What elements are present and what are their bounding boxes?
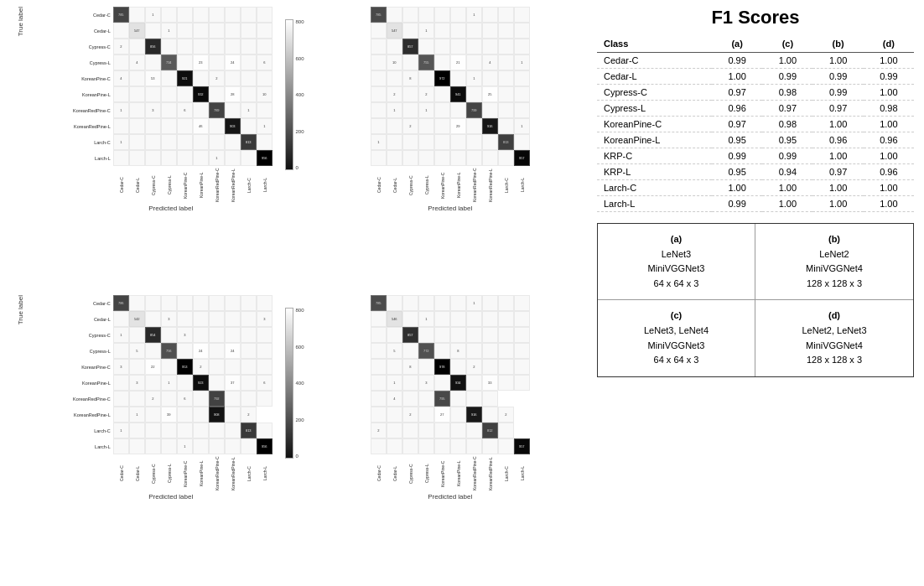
cm-cell	[514, 86, 530, 102]
cm-cell: 1	[387, 375, 402, 391]
f1-val-d: 1.00	[864, 117, 914, 132]
cm-col-label: Cedar-C	[371, 456, 387, 491]
bottom-matrices-row: True label Cedar-C786Cedar-L54233Cypress…	[7, 295, 583, 579]
top-matrices-row: True label Cedar-C7851Cedar-L5471Cypress…	[7, 7, 583, 291]
cm-row-label: Cedar-C	[70, 295, 113, 311]
cm-cell	[177, 54, 193, 70]
cm-cell	[418, 327, 434, 343]
cm-cell	[113, 438, 129, 454]
cm-cell: 957	[514, 150, 530, 166]
cm-col-label: KoreanRedPine-C	[466, 456, 482, 491]
f1-val-a: 0.99	[712, 148, 762, 164]
cm-cell	[498, 438, 514, 454]
cm-cell	[514, 375, 530, 391]
cm-row: Larch-C1813	[70, 134, 273, 150]
cm-cell: 4	[129, 54, 145, 70]
f1-val-b: 0.96	[812, 132, 863, 148]
f1-table-row: KoreanPine-C 0.97 0.98 1.00 1.00	[597, 117, 914, 132]
cm-cell	[450, 327, 466, 343]
f1-table-row: KoreanPine-L 0.95 0.95 0.96 0.96	[597, 132, 914, 148]
cm-cell	[177, 311, 193, 327]
cm-cell	[257, 343, 273, 359]
cm-cell	[129, 423, 145, 438]
legend-b-line1: LeNet2	[819, 249, 849, 259]
cm-cell	[257, 23, 273, 39]
f1-val-d: 1.00	[864, 53, 914, 69]
cm-cell: 3	[257, 311, 273, 327]
cm-cell	[418, 7, 434, 23]
legend-b-line2: MiniVGGNet4	[806, 263, 863, 273]
f1-table-row: KRP-L 0.95 0.94 0.97 0.96	[597, 164, 914, 180]
cm-cell: 789	[209, 102, 225, 118]
cm-cell	[418, 423, 434, 438]
f1-val-b: 0.99	[812, 85, 863, 101]
legend-cell-d: (d) LeNet2, LeNet3 MiniVGGNet4 128 x 128…	[755, 300, 913, 376]
cm-cell	[241, 375, 257, 391]
f1-table-row: Cypress-L 0.96 0.97 0.97 0.98	[597, 101, 914, 117]
cm-cell: 2	[402, 118, 418, 134]
cm-cell	[387, 438, 402, 454]
cm-cell	[498, 343, 514, 359]
cm-cell: 39	[161, 407, 177, 423]
cm-cell: 941	[450, 86, 466, 102]
cm-row: Larch-L1956	[70, 150, 273, 166]
cm-cell	[193, 7, 209, 23]
cm-cell	[209, 375, 225, 391]
cm-col-label: KoreanPine-L	[193, 168, 209, 203]
f1-val-b: 1.00	[812, 117, 863, 132]
cm-row: 57728	[371, 343, 530, 359]
cm-cell	[193, 327, 209, 343]
cm-col-label: KoreanRedPine-C	[209, 168, 225, 203]
cm-cell	[466, 134, 482, 150]
cm-cell	[498, 39, 514, 54]
cm-col-label: Larch-C	[241, 168, 257, 203]
cm-row-label: Cedar-L	[70, 311, 113, 327]
cm-col-label: Larch-L	[257, 456, 273, 491]
x-axis-label-br: Predicted label	[362, 493, 530, 500]
cm-col-label: Cedar-L	[387, 456, 402, 491]
cm-cell	[418, 438, 434, 454]
cm-cell	[371, 39, 387, 54]
cm-cell: 1	[161, 23, 177, 39]
cm-cell: 3	[177, 327, 193, 343]
cm-cell	[177, 423, 193, 438]
cm-row: Cedar-C7851	[70, 7, 273, 23]
cm-cell	[225, 150, 241, 166]
cm-cell	[434, 102, 450, 118]
cm-row: 2812	[371, 423, 530, 438]
cm-cell	[145, 423, 161, 438]
cm-cell	[371, 23, 387, 39]
cm-bot-right-grid: 7851546185757728897821393433479522791622…	[371, 295, 530, 454]
cm-cell	[113, 343, 129, 359]
cm-col-label: KoreanRedPine-C	[466, 168, 482, 203]
cm-cell: 3	[113, 359, 129, 375]
cm-cell	[498, 375, 514, 391]
cm-col-label: Cedar-C	[371, 168, 387, 203]
cm-col-label: Larch-L	[257, 168, 273, 203]
matrix-bot-right: 7851546185757728897821393433479522791622…	[309, 295, 584, 579]
cm-cell	[241, 23, 257, 39]
cm-cell	[514, 23, 530, 39]
cm-cell	[193, 102, 209, 118]
cm-cell	[193, 438, 209, 454]
cm-cell	[129, 150, 145, 166]
cm-cell	[161, 134, 177, 150]
cm-cell: 8	[450, 343, 466, 359]
cm-cell	[113, 375, 129, 391]
cm-cell	[482, 7, 498, 23]
cm-cell	[177, 134, 193, 150]
cm-col-label: Cypress-L	[418, 168, 434, 203]
cm-cell: 813	[241, 134, 257, 150]
x-axis-label-tr: Predicted label	[362, 205, 530, 212]
cm-cell	[371, 359, 387, 375]
cm-col-label: Cypress-C	[145, 168, 161, 203]
cm-row: Larch-C1813	[70, 423, 273, 438]
cm-cell	[209, 343, 225, 359]
cm-cell	[450, 423, 466, 438]
cm-row: 7851	[371, 7, 530, 23]
legend-c-line2: MiniVGGNet3	[648, 340, 705, 350]
cm-cell	[371, 391, 387, 407]
cm-cell: 4	[482, 54, 498, 70]
cm-cell: 795	[434, 391, 450, 407]
f1-val-a: 0.99	[712, 53, 762, 69]
